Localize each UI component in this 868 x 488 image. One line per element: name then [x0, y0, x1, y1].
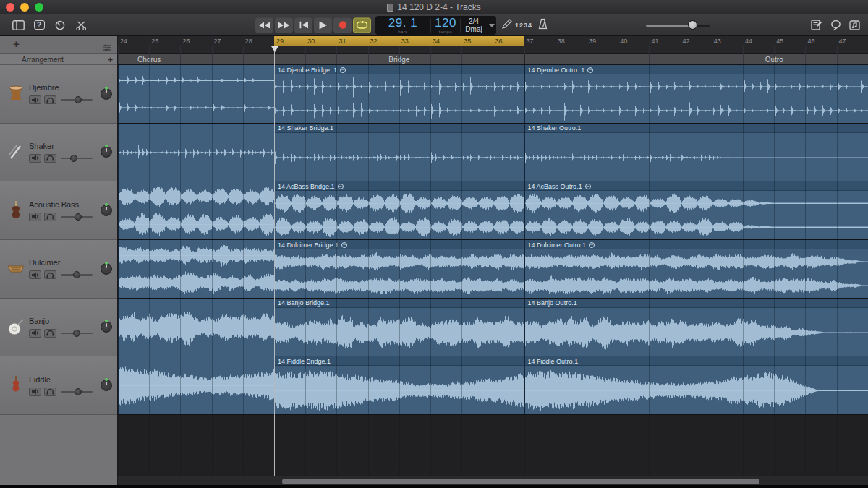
- region-header: 14 Banjo Outro.1: [525, 299, 868, 308]
- region-header: 14 AcBass Outro.1~: [525, 181, 868, 191]
- ruler-bar-number: 28: [245, 38, 252, 45]
- play-button[interactable]: [314, 17, 332, 33]
- media-browser-icon[interactable]: [848, 20, 861, 31]
- waveform: [119, 65, 274, 123]
- slider-thumb[interactable]: [75, 388, 82, 395]
- lcd-tempo-section[interactable]: 120 tempo: [431, 16, 460, 35]
- region[interactable]: 14 Fiddle Outro.1: [524, 356, 868, 414]
- region[interactable]: [118, 240, 274, 298]
- arrangement-marker-outro[interactable]: Outro: [765, 56, 783, 64]
- mute-button[interactable]: [29, 270, 41, 279]
- region[interactable]: [118, 356, 274, 414]
- mute-button[interactable]: [29, 95, 41, 104]
- pan-pointer: [106, 207, 107, 210]
- pencil-tool-icon[interactable]: [502, 19, 512, 32]
- lcd-display[interactable]: 29. 1 bars 120 tempo 2/4 Dmaj: [375, 16, 496, 35]
- pan-knob[interactable]: [101, 321, 112, 333]
- scrollbar-thumb[interactable]: [282, 479, 760, 484]
- region[interactable]: [118, 181, 274, 239]
- region[interactable]: [118, 65, 274, 123]
- go-to-beginning-button[interactable]: [294, 17, 312, 33]
- solo-button[interactable]: [44, 213, 56, 221]
- arrangement-marker-bridge[interactable]: Bridge: [388, 56, 409, 64]
- lcd-position-section[interactable]: 29. 1 bars: [375, 16, 430, 35]
- editors-icon[interactable]: [75, 20, 88, 31]
- lcd-key-section[interactable]: 2/4 Dmaj: [461, 16, 487, 35]
- ruler-bar-number: 26: [182, 38, 190, 45]
- quick-help-icon[interactable]: ?: [33, 20, 46, 31]
- track-name: Acoustic Bass: [29, 200, 79, 209]
- arrangement-marker-chorus[interactable]: Chorus: [137, 56, 161, 64]
- time-signature-value: 2/4: [469, 18, 479, 25]
- region[interactable]: 14 AcBass Outro.1~: [524, 181, 868, 239]
- region[interactable]: [118, 124, 274, 181]
- track-volume-slider[interactable]: [61, 213, 93, 221]
- horizontal-scrollbar[interactable]: [118, 476, 868, 485]
- slider-thumb[interactable]: [70, 155, 77, 162]
- region[interactable]: 14 Shaker Bridge.1: [274, 124, 524, 181]
- solo-button[interactable]: [44, 388, 56, 396]
- track-header-acoustic-bass[interactable]: Acoustic Bass: [0, 181, 117, 240]
- mute-button[interactable]: [29, 329, 41, 338]
- track-header-options-icon[interactable]: [103, 41, 111, 54]
- region[interactable]: 14 Shaker Outro.1: [524, 124, 868, 181]
- volume-thumb[interactable]: [688, 20, 697, 30]
- track-lane-acoustic-bass: 14 AcBass Bridge.1~14 AcBass Outro.1~: [118, 181, 868, 240]
- pan-knob[interactable]: [101, 205, 112, 216]
- pan-led: [105, 378, 108, 381]
- track-volume-slider[interactable]: [61, 388, 93, 395]
- region[interactable]: 14 Banjo Bridge.1: [274, 299, 524, 356]
- track-header-banjo[interactable]: Banjo: [0, 299, 117, 357]
- waveform: [275, 366, 524, 414]
- track-header-shaker[interactable]: Shaker: [0, 124, 117, 182]
- mute-button[interactable]: [29, 388, 41, 396]
- mute-button[interactable]: [29, 213, 41, 221]
- region[interactable]: 14 Dulcimer Outro.1~: [524, 240, 868, 298]
- track-volume-slider[interactable]: [61, 329, 93, 337]
- solo-button[interactable]: [44, 270, 56, 279]
- add-arrangement-marker-button[interactable]: +: [108, 55, 113, 65]
- track-volume-slider[interactable]: [61, 154, 93, 162]
- lcd-mode-chevron-icon[interactable]: [487, 16, 496, 35]
- slider-thumb[interactable]: [75, 213, 82, 221]
- region[interactable]: 14 Djembe Bridge .1~: [274, 65, 524, 123]
- smart-controls-icon[interactable]: [54, 20, 67, 31]
- pan-led: [105, 203, 108, 206]
- track-header-djembre[interactable]: Djembre: [0, 65, 117, 124]
- solo-button[interactable]: [44, 329, 56, 338]
- region[interactable]: 14 AcBass Bridge.1~: [274, 181, 524, 239]
- slider-thumb[interactable]: [73, 271, 80, 278]
- record-button[interactable]: [333, 17, 352, 33]
- region-label: 14 Fiddle Bridge.1: [278, 358, 331, 365]
- forward-button[interactable]: [275, 17, 293, 33]
- solo-button[interactable]: [44, 95, 56, 104]
- loop-browser-icon[interactable]: [829, 20, 842, 31]
- pan-knob[interactable]: [101, 380, 112, 391]
- track-volume-slider[interactable]: [61, 96, 93, 104]
- pan-knob[interactable]: [101, 263, 112, 275]
- metronome-button[interactable]: [538, 18, 548, 32]
- library-icon[interactable]: [12, 20, 25, 31]
- count-in-button[interactable]: 1234: [515, 22, 532, 29]
- region[interactable]: 14 Djembe Outro .1~: [524, 65, 868, 123]
- cycle-button[interactable]: [353, 17, 371, 33]
- slider-thumb[interactable]: [75, 96, 82, 103]
- track-volume-slider[interactable]: [61, 271, 93, 279]
- ruler[interactable]: 2425262728293031323334353637383940414243…: [118, 36, 868, 54]
- region[interactable]: 14 Dulcimer Bridge.1~: [274, 240, 524, 298]
- solo-button[interactable]: [44, 154, 56, 163]
- master-volume-slider[interactable]: [646, 20, 710, 30]
- track-header-dulcimer[interactable]: Dulcimer: [0, 240, 117, 299]
- pan-knob[interactable]: [101, 146, 112, 158]
- region[interactable]: 14 Banjo Outro.1: [524, 299, 868, 356]
- region[interactable]: [118, 299, 274, 356]
- djembe-icon: [6, 85, 26, 103]
- mute-button[interactable]: [29, 154, 41, 163]
- add-track-button[interactable]: +: [13, 38, 20, 50]
- rewind-button[interactable]: [255, 17, 273, 33]
- region[interactable]: 14 Fiddle Bridge.1: [274, 356, 524, 414]
- pan-knob[interactable]: [101, 88, 112, 100]
- notepad-icon[interactable]: [810, 20, 823, 31]
- slider-thumb[interactable]: [73, 330, 80, 337]
- track-header-fiddle[interactable]: Fiddle: [0, 356, 117, 415]
